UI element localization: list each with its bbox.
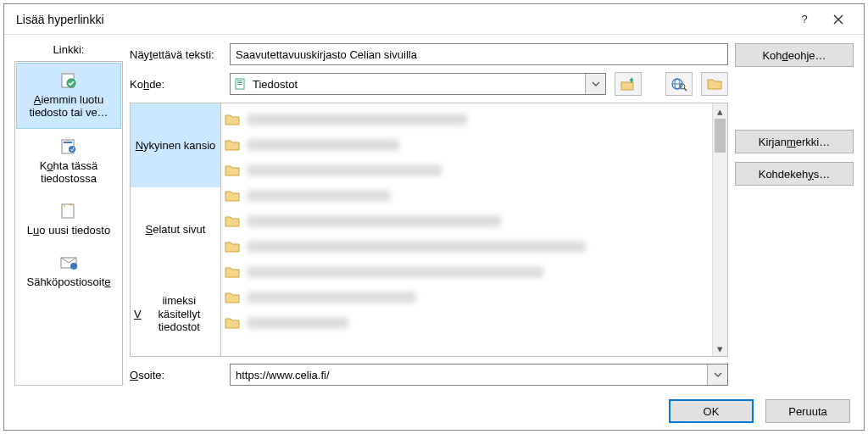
list-item[interactable]	[225, 236, 709, 258]
subtab-2[interactable]: Viimeksi käsitellyt tiedostot	[131, 272, 220, 356]
folder-icon	[225, 214, 240, 228]
osoite-input[interactable]	[231, 364, 707, 385]
osoite-label: Osoite:	[130, 369, 221, 381]
blurred-filename	[247, 114, 467, 125]
scroll-up-icon: ▴	[713, 103, 727, 119]
list-item[interactable]	[225, 108, 709, 131]
link-type-list: Aiemmin luotu tiedosto tai ve…Kohta täss…	[14, 61, 123, 386]
kirjanmerkki-button[interactable]: Kirjanmerkki…	[735, 130, 854, 153]
osoite-dropdown[interactable]	[707, 364, 727, 385]
link-type-label: Aiemmin luotu tiedosto tai ve…	[20, 94, 117, 120]
file-list-inner	[221, 103, 712, 356]
blurred-filename	[247, 190, 391, 202]
scroll-down-icon: ▾	[713, 341, 727, 356]
list-item[interactable]	[225, 185, 709, 207]
titlebar: Lisää hyperlinkki ?	[4, 4, 864, 35]
osoite-combo[interactable]	[230, 364, 728, 386]
file-list: ▴ ▾	[221, 103, 728, 357]
list-item[interactable]	[225, 261, 709, 283]
list-item[interactable]	[225, 287, 709, 309]
blurred-filename	[247, 215, 501, 227]
close-icon	[833, 14, 843, 25]
blurred-filename	[247, 292, 416, 303]
list-item[interactable]	[225, 134, 709, 156]
link-type-item-1[interactable]: Kohta tässä tiedostossa	[15, 130, 122, 194]
kohde-combo-text: Tiedostot	[249, 78, 585, 91]
subtabs: Nykyinen kansioSelatut sivutViimeksi käs…	[130, 103, 221, 357]
svg-line-19	[684, 88, 687, 91]
scrollbar-thumb[interactable]	[715, 119, 726, 153]
dialog-title: Lisää hyperlinkki	[16, 13, 787, 26]
chevron-down-icon	[592, 81, 600, 86]
svg-point-9	[70, 263, 77, 270]
right-column: Kohdeohje… Kirjanmerkki… Kohdekehys…	[735, 43, 854, 386]
svg-rect-11	[237, 81, 242, 81]
kohdeohje-button[interactable]: Kohdeohje…	[735, 43, 854, 67]
folder-icon	[225, 316, 240, 330]
kohdekehys-button[interactable]: Kohdekehys…	[735, 162, 854, 186]
link-type-item-0[interactable]: Aiemmin luotu tiedosto tai ve…	[16, 63, 121, 129]
link-type-icon	[57, 253, 81, 273]
globe-search-icon	[670, 76, 687, 92]
file-list-scrollbar[interactable]: ▴ ▾	[712, 103, 727, 356]
blurred-filename	[247, 317, 348, 329]
folder-icon	[225, 291, 240, 304]
link-type-header: Linkki:	[53, 43, 85, 56]
browse-area: Nykyinen kansioSelatut sivutViimeksi käs…	[130, 103, 728, 357]
svg-rect-12	[237, 82, 242, 83]
dialog-body: Linkki: Aiemmin luotu tiedosto tai ve…Ko…	[4, 35, 864, 392]
close-button[interactable]	[821, 8, 855, 31]
blurred-filename	[247, 164, 442, 176]
link-type-icon	[57, 136, 81, 157]
kohde-label: Kohde:	[130, 78, 221, 91]
list-item[interactable]	[225, 210, 709, 232]
link-type-icon	[57, 201, 81, 221]
kohde-combo[interactable]: Tiedostot	[230, 73, 606, 95]
up-folder-button[interactable]	[615, 72, 642, 96]
cancel-button[interactable]: Peruuta	[765, 399, 850, 423]
display-text-row: Näytettävä teksti:	[130, 43, 728, 65]
browse-web-button[interactable]	[665, 72, 693, 96]
chevron-down-icon	[714, 372, 722, 377]
link-type-column: Linkki: Aiemmin luotu tiedosto tai ve…Ko…	[14, 43, 123, 386]
folder-icon	[225, 189, 240, 203]
blurred-filename	[247, 139, 399, 151]
insert-hyperlink-dialog: Lisää hyperlinkki ? Linkki: Aiemmin luot…	[3, 3, 865, 431]
folder-icon	[225, 113, 240, 126]
link-type-label: Kohta tässä tiedostossa	[19, 160, 119, 186]
blurred-filename	[247, 241, 586, 253]
kohde-combo-dropdown[interactable]	[585, 74, 605, 94]
display-text-input[interactable]	[230, 43, 728, 65]
link-type-item-3[interactable]: Sähköpostiosoite	[15, 246, 122, 298]
help-button[interactable]: ?	[787, 8, 821, 31]
link-type-icon	[57, 70, 81, 91]
folder-open-icon	[706, 77, 723, 91]
subtab-1[interactable]: Selatut sivut	[131, 187, 220, 271]
folder-icon	[225, 164, 240, 177]
svg-rect-14	[621, 82, 633, 90]
subtab-0[interactable]: Nykyinen kansio	[131, 103, 220, 187]
folder-icon	[225, 240, 240, 253]
folder-up-icon	[620, 76, 637, 92]
list-item[interactable]	[225, 312, 709, 334]
browse-file-button[interactable]	[701, 72, 728, 96]
display-text-label: Näytettävä teksti:	[130, 48, 221, 61]
dialog-footer: OK Peruuta	[4, 392, 864, 430]
svg-rect-13	[237, 84, 242, 85]
main-column: Näytettävä teksti: Kohde: Tiedostot	[130, 43, 728, 386]
folder-icon	[225, 265, 240, 279]
link-type-item-2[interactable]: Luo uusi tiedosto	[15, 194, 122, 246]
ok-button[interactable]: OK	[669, 399, 754, 423]
document-icon	[231, 77, 249, 91]
svg-rect-5	[64, 142, 72, 143]
list-item[interactable]	[225, 159, 709, 181]
blurred-filename	[247, 266, 543, 278]
osoite-row: Osoite:	[130, 364, 728, 386]
kohde-row: Kohde: Tiedostot	[130, 72, 728, 96]
svg-point-6	[69, 146, 75, 153]
link-type-label: Luo uusi tiedosto	[27, 225, 110, 237]
link-type-label: Sähköpostiosoite	[26, 276, 110, 289]
folder-icon	[225, 138, 240, 152]
